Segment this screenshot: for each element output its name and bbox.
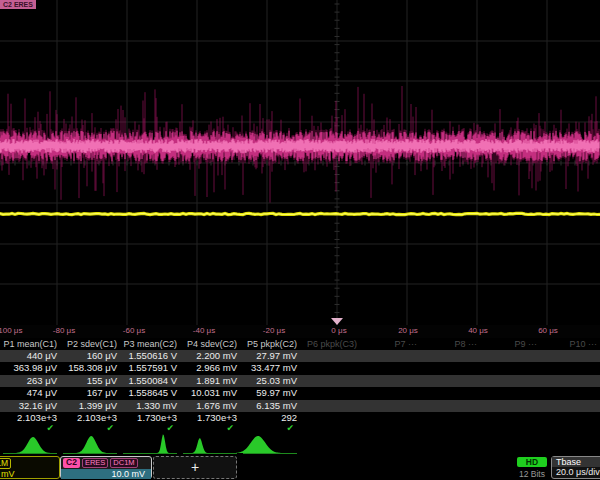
- measure-value-cell: 32.16 μV: [0, 400, 60, 412]
- measure-value-cell: [480, 400, 540, 412]
- measure-value-cell: [300, 350, 360, 362]
- measure-header-p8[interactable]: P8 ···: [420, 338, 480, 350]
- measure-value-cell: [540, 400, 600, 412]
- measure-value-cell: [420, 412, 480, 424]
- measure-value-cell: 167 μV: [60, 387, 120, 399]
- measure-value-cell: [540, 412, 600, 424]
- measure-value-cell: [360, 387, 420, 399]
- measure-value-cell: [360, 362, 420, 374]
- time-axis-label: -60 μs: [114, 326, 154, 335]
- c2-coupling-badge: DC1M: [110, 458, 137, 468]
- measure-value-cell: [360, 412, 420, 424]
- time-axis: -100 μs-80 μs-60 μs-40 μs-20 μs0 μs20 μs…: [0, 325, 600, 338]
- measure-header-p9[interactable]: P9 ···: [480, 338, 540, 350]
- measure-value-cell: 263 μV: [0, 375, 60, 387]
- measure-value-cell: 1.330 mV: [120, 400, 180, 412]
- measure-value-cell: [480, 350, 540, 362]
- c2-descriptor-box[interactable]: C2 ERES DC1M 10.0 mV: [60, 456, 152, 479]
- time-axis-label: 40 μs: [458, 326, 498, 335]
- measure-header-p4[interactable]: P4 sdev(C2): [180, 338, 240, 350]
- measure-value-cell: [420, 387, 480, 399]
- c2-trace[interactable]: [0, 86, 599, 203]
- c1-coupling-badge: DC1M: [0, 458, 11, 469]
- time-axis-label: -20 μs: [254, 326, 294, 335]
- measure-row: 440 μV160 μV1.550616 V2.200 mV27.97 mV: [0, 350, 600, 362]
- measure-value-cell: 25.03 mV: [240, 375, 300, 387]
- measure-value-cell: 6.135 mV: [240, 400, 300, 412]
- measure-value-cell: [540, 375, 600, 387]
- timebase-descriptor-box[interactable]: Tbase 20.0 μs/div: [551, 456, 600, 479]
- plus-icon: +: [191, 459, 199, 475]
- measure-header-p1[interactable]: P1 mean(C1): [0, 338, 60, 350]
- time-axis-label: 60 μs: [528, 326, 568, 335]
- measure-value-cell: [480, 412, 540, 424]
- measure-value-cell: 1.676 mV: [180, 400, 240, 412]
- measure-value-cell: 27.97 mV: [240, 350, 300, 362]
- measure-value-cell: [420, 362, 480, 374]
- measure-value-cell: [420, 400, 480, 412]
- measure-header-p7[interactable]: P7 ···: [360, 338, 420, 350]
- measure-header-p6[interactable]: P6 pkpk(C3): [300, 338, 360, 350]
- measure-value-cell: 474 μV: [0, 387, 60, 399]
- measure-value-cell: 1.558645 V: [120, 387, 180, 399]
- time-axis-label: -80 μs: [44, 326, 84, 335]
- measure-value-cell: 155 μV: [60, 375, 120, 387]
- measure-value-cell: 440 μV: [0, 350, 60, 362]
- c1-trace[interactable]: [0, 213, 600, 214]
- measure-value-cell: [480, 387, 540, 399]
- measure-value-cell: 160 μV: [60, 350, 120, 362]
- measure-value-cell: 363.98 μV: [0, 362, 60, 374]
- measure-value-cell: [300, 387, 360, 399]
- measure-header-p5[interactable]: P5 pkpk(C2): [240, 338, 300, 350]
- time-axis-label: 20 μs: [388, 326, 428, 335]
- trace-label-badge: C2 ERES: [0, 0, 36, 9]
- measure-value-cell: 1.399 μV: [60, 400, 120, 412]
- measure-value-cell: [360, 350, 420, 362]
- histicon-p3[interactable]: [123, 434, 177, 453]
- measure-value-cell: 10.031 mV: [180, 387, 240, 399]
- histicon-p1[interactable]: [3, 437, 57, 454]
- measure-value-cell: 158.308 μV: [60, 362, 120, 374]
- histicon-p4[interactable]: [183, 438, 237, 453]
- hd-mode-badge[interactable]: HD: [517, 457, 547, 467]
- measure-value-cell: 1.891 mV: [180, 375, 240, 387]
- histicon-p5[interactable]: [233, 436, 297, 454]
- measure-value-cell: 1.550084 V: [120, 375, 180, 387]
- measure-header-p10[interactable]: P10 ···: [540, 338, 600, 350]
- measure-value-cell: [540, 362, 600, 374]
- measure-value-cell: [300, 375, 360, 387]
- graticule: [0, 0, 600, 325]
- measure-header-p2[interactable]: P2 sdev(C1): [60, 338, 120, 350]
- c1-descriptor-box[interactable]: DC1M 10.0 mV: [0, 456, 60, 479]
- measure-value-cell: 2.200 mV: [180, 350, 240, 362]
- measure-value-cell: [360, 375, 420, 387]
- measure-value-cell: [420, 375, 480, 387]
- measure-value-cell: 1.557591 V: [120, 362, 180, 374]
- measure-value-cell: [300, 362, 360, 374]
- measure-row: 363.98 μV158.308 μV1.557591 V2.966 mV33.…: [0, 362, 600, 374]
- measure-value-cell: [420, 350, 480, 362]
- c1-scale-value: 10.0 mV: [0, 469, 59, 479]
- time-axis-label: -100 μs: [0, 326, 29, 335]
- histicon-row: [0, 432, 600, 455]
- timebase-scale-value: 20.0 μs/div: [552, 467, 600, 478]
- time-axis-label: -40 μs: [184, 326, 224, 335]
- measure-value-cell: [480, 362, 540, 374]
- measure-value-cell: [300, 400, 360, 412]
- descriptor-bar: DC1M 10.0 mV C2 ERES DC1M 10.0 mV + HD 1…: [0, 455, 600, 480]
- c2-channel-badge: C2: [63, 458, 80, 468]
- measure-value-cell: 1.550616 V: [120, 350, 180, 362]
- measure-header-p3[interactable]: P3 mean(C2): [120, 338, 180, 350]
- hd-bits-label: 12 Bits: [512, 469, 552, 479]
- add-trace-button[interactable]: +: [153, 456, 237, 479]
- measure-row: 263 μV155 μV1.550084 V1.891 mV25.03 mV: [0, 375, 600, 387]
- c2-eres-badge: ERES: [82, 458, 108, 468]
- measure-value-cell: [360, 400, 420, 412]
- measure-value-cell: 2.966 mV: [180, 362, 240, 374]
- trigger-position-marker[interactable]: [331, 318, 343, 325]
- measure-row: 32.16 μV1.399 μV1.330 mV1.676 mV6.135 mV: [0, 400, 600, 412]
- waveform-grid: [0, 0, 600, 325]
- oscilloscope-screen: C2 ERES -100 μs-80 μs-60 μs-40 μs-20 μs0…: [0, 0, 600, 480]
- histicon-p2[interactable]: [63, 436, 117, 454]
- measure-row: 2.103e+32.103e+31.730e+31.730e+3292: [0, 412, 600, 424]
